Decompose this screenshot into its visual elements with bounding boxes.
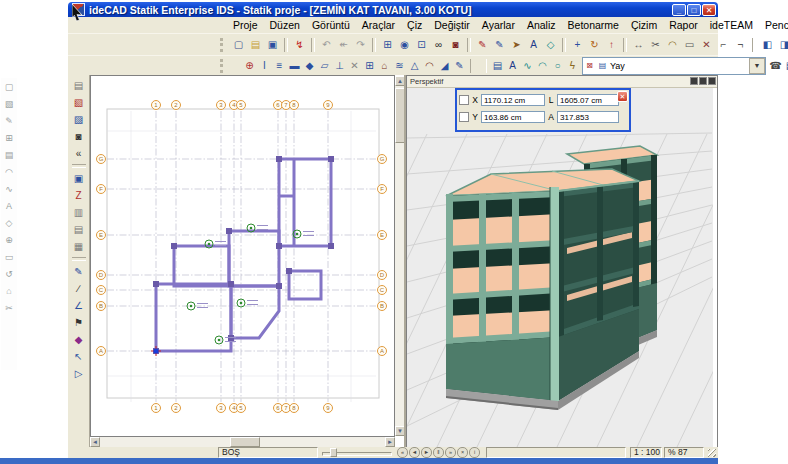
trackbar-thumb[interactable] [330,448,337,457]
menu-proje[interactable]: Proje [227,18,264,32]
quick-call-icon[interactable]: ☎ [768,58,783,74]
beam-icon[interactable]: ≡ [272,58,287,74]
explode-icon[interactable]: ✕ [698,37,715,53]
foundation-icon[interactable]: ⊥ [332,58,347,74]
maximize-button[interactable]: □ [687,4,701,16]
float-pencil-icon[interactable]: ✎ [3,114,16,127]
toolbar-grip[interactable] [220,59,238,73]
float-node-icon[interactable]: ⊕ [3,233,16,246]
menu-duzen[interactable]: Düzen [264,18,306,32]
scroll-right-icon[interactable]: ► [385,437,395,447]
anim-next-button[interactable]: » [445,447,456,458]
resize-grip[interactable] [708,449,716,457]
copy-red-icon[interactable]: ▧ [70,94,88,111]
float-rotate-icon[interactable]: ↺ [3,267,16,280]
minimize-button[interactable]: _ [672,4,686,16]
anim-pause-button[interactable]: ‖ [433,447,444,458]
toolbar-separator[interactable] [372,38,376,52]
perspective-restore-button[interactable] [699,77,707,85]
toolbar-separator[interactable] [72,257,86,261]
float-region-icon[interactable]: ▭ [3,250,16,263]
y-lock-checkbox[interactable] [459,112,469,122]
sheets-icon[interactable]: ▦ [70,238,88,255]
roof-icon[interactable]: ⌂ [377,58,392,74]
pen-icon[interactable]: ✎ [491,37,508,53]
stretch-icon[interactable]: ↑ [603,37,620,53]
copy-blue-icon[interactable]: ▨ [70,111,88,128]
float-roof-icon[interactable]: ⌂ [3,284,16,297]
render-camera-icon[interactable]: ◙ [447,37,464,53]
axis-grid-icon[interactable]: ⊞ [362,58,377,74]
menu-ayarlar[interactable]: Ayarlar [476,18,521,32]
text2-icon[interactable]: A [505,58,520,74]
play-icon[interactable]: ▷ [70,365,88,382]
layer-combo[interactable]: ⊠ ▤ Yay ▼ [582,57,766,75]
y-value-field[interactable]: 163.86 cm [481,111,545,123]
menu-degistir[interactable]: Değiştir [428,18,476,32]
zoom-window-icon[interactable]: ⊞ [379,37,396,53]
menu-rapor[interactable]: Rapor [663,18,704,32]
save-icon[interactable]: ▣ [264,37,281,53]
drawing-pencil-icon[interactable]: ✎ [452,58,467,74]
menu-analiz[interactable]: Analiz [521,18,562,32]
perspective-close-button[interactable] [708,77,716,85]
open-file-icon[interactable]: ▤ [247,37,264,53]
toolbar-separator[interactable] [284,38,288,52]
slab-icon[interactable]: ◆ [302,58,317,74]
anim-info-button[interactable]: i [469,447,480,458]
menu-betonarme[interactable]: Betonarme [562,18,625,32]
coordinate-box[interactable]: ✕ X 1170.12 cm L 1605.07 cm Y 163.86 cm … [455,88,631,132]
menu-ciz[interactable]: Çiz [401,18,428,32]
node-icon[interactable]: ⊕ [242,58,257,74]
zoom-extents-icon[interactable]: ⊡ [413,37,430,53]
toolbar-separator[interactable] [72,164,86,168]
zoom-trackbar[interactable] [322,447,392,458]
angle2-icon[interactable]: ∠ [70,297,88,314]
wall-icon[interactable]: ▬ [287,58,302,74]
stair-icon[interactable]: ≋ [392,58,407,74]
float-trim-icon[interactable]: ✂ [3,301,16,314]
menu-ideteam[interactable]: ideTEAM [704,18,759,32]
region-icon[interactable]: ▭ [681,37,698,53]
undo-history-icon[interactable]: ↞ [335,37,352,53]
l-value-field[interactable]: 1605.07 cm [557,94,619,106]
circle-icon[interactable]: ○ [550,58,565,74]
plan-canvas[interactable]: 123456789 123456789 GFEDCBA GFEDCBA [90,75,395,437]
x-lock-checkbox[interactable] [459,95,469,105]
toolbar-separator[interactable] [562,38,566,52]
chamfer-icon[interactable]: ¬ [732,37,749,53]
slab-hole-icon[interactable]: ▱ [317,58,332,74]
truss-icon[interactable]: △ [407,58,422,74]
undo-icon[interactable]: ↶ [318,37,335,53]
float-select-icon[interactable]: ▢ [3,80,16,93]
scroll-left-icon[interactable]: ◄ [90,437,100,447]
menu-goruntu[interactable]: Görüntü [306,18,356,32]
record-point-icon[interactable]: ↯ [291,37,308,53]
plan-horizontal-scrollbar[interactable]: ◄ ► [90,437,395,447]
page-icon[interactable]: ▤ [70,77,88,94]
redo-icon[interactable]: ↷ [352,37,369,53]
anim-play-button[interactable]: ► [421,447,432,458]
trim-icon[interactable]: ✂ [647,37,664,53]
image-icon[interactable]: ▤ [490,58,505,74]
flag2-icon[interactable]: ⚑ [70,314,88,331]
duplicate-icon[interactable]: ▥ [70,204,88,221]
float-curve-icon[interactable]: ∿ [3,182,16,195]
zorder-icon[interactable]: Z [70,187,88,204]
dome-icon[interactable]: ◠ [422,58,437,74]
menu-pencere[interactable]: Pencere [759,18,788,32]
toolbar-separator[interactable] [623,38,627,52]
cloud-icon[interactable]: ◠ [664,37,681,53]
frame-icon[interactable]: ▦ [783,58,788,74]
close-button[interactable]: ✕ [702,4,716,16]
float-sheet-icon[interactable]: ▤ [3,148,16,161]
ramp-icon[interactable]: ◢ [437,58,452,74]
anim-stop-button[interactable]: × [457,447,468,458]
camera2-icon[interactable]: ◙ [70,128,88,145]
new-file-icon[interactable]: ▢ [230,37,247,53]
anim-prev-button[interactable]: ◄ [409,447,420,458]
text-icon[interactable]: A [525,37,542,53]
measure-icon[interactable]: ↔ [630,37,647,53]
menu-cizim[interactable]: Çizim [625,18,663,32]
a-value-field[interactable]: 317.853 [557,111,619,123]
